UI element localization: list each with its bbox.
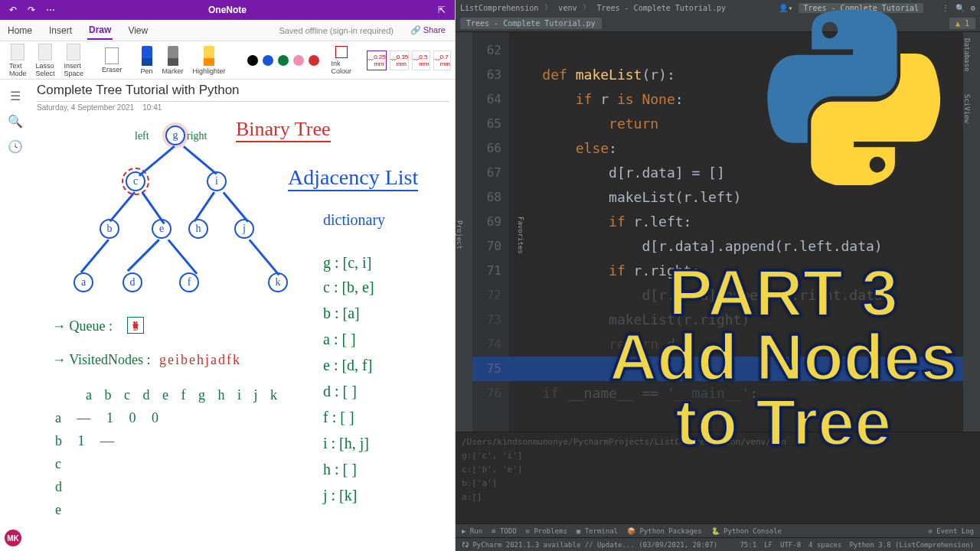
matrix-row-d: d <box>55 479 62 495</box>
redo-icon[interactable]: ↷ <box>28 5 35 15</box>
lasso-tool[interactable]: Lasso Select <box>33 42 58 79</box>
nav-icon[interactable]: ☰ <box>10 89 21 103</box>
page-date: Saturday, 4 September 2021 10:41 <box>37 103 449 112</box>
drawing-canvas[interactable]: Binary Tree Adjacency List dictionary le… <box>37 112 449 540</box>
line-gutter[interactable]: 626364656667686970717273747576 <box>472 32 509 432</box>
highlighter-tool[interactable]: Highlighter <box>190 44 229 77</box>
insert-space-tool[interactable]: Insert Space <box>61 42 87 79</box>
node-i: i <box>207 171 227 191</box>
onenote-app: ↶ ↷ ⋯ OneNote ⇱ Home Insert Draw View Sa… <box>0 0 456 551</box>
color-red[interactable] <box>309 55 319 66</box>
database-tool[interactable]: Database <box>963 32 971 71</box>
caret-pos[interactable]: 75:1 <box>740 541 756 549</box>
run-out3: b:['a'] <box>462 477 974 491</box>
color-palette[interactable] <box>241 55 325 66</box>
tab-insert[interactable]: Insert <box>47 22 74 39</box>
marker-tool[interactable]: Marker <box>159 44 187 77</box>
share-button[interactable]: 🔗 Share <box>410 25 446 35</box>
run-out1: g:['c', 'i'] <box>462 449 974 463</box>
bottom-tool-tabs: ▶ Run ≡ TODO ⊘ Problems ▣ Terminal 📦 Pyt… <box>456 523 980 537</box>
onenote-body: ☰ 🔍 🕓 Complete Tree Tutorial with Python… <box>0 80 455 551</box>
run-panel[interactable]: /Users/kindsonmunonye/PycharmProjects/Li… <box>456 432 980 523</box>
editor-tab-active[interactable]: Trees - Complete Tutorial.py <box>460 18 602 29</box>
matrix-row-c: c <box>55 456 61 472</box>
interpreter[interactable]: Python 3.8 (ListComprehension) <box>849 541 974 549</box>
hw-left: left <box>135 130 149 142</box>
adj-b: b : [a] <box>323 305 360 322</box>
adj-a: a : [ ] <box>323 331 356 348</box>
python-logo-icon <box>766 9 942 185</box>
color-blue[interactable] <box>263 55 273 66</box>
tab-home[interactable]: Home <box>6 22 34 39</box>
text-mode-tool[interactable]: Text Mode <box>6 42 30 79</box>
matrix-row-b: b 1 — <box>55 433 120 449</box>
search-everywhere-icon[interactable]: 🔍 <box>956 4 965 12</box>
adj-e: e : [d, f] <box>323 357 372 374</box>
status-bar: 🗘 PyCharm 2021.1.3 available // Update..… <box>456 537 980 551</box>
node-h: h <box>188 219 208 239</box>
todo-tab[interactable]: ≡ TODO <box>492 527 517 535</box>
warnings-badge[interactable]: ▲ 1 <box>949 18 975 29</box>
app-title: OneNote <box>208 5 247 15</box>
more-icon[interactable]: ⋯ <box>46 5 55 15</box>
adj-c: c : [b, e] <box>323 279 374 296</box>
hw-right: right <box>187 130 207 142</box>
node-d: d <box>122 272 142 292</box>
adj-g: g : [c, i] <box>323 254 371 272</box>
adj-h: h : [ ] <box>323 461 357 478</box>
status-update[interactable]: 🗘 PyCharm 2021.1.3 available // Update..… <box>462 541 717 549</box>
crumb-file[interactable]: Trees - Complete Tutorial.py <box>596 4 726 12</box>
settings-icon[interactable]: ⚙ <box>971 4 975 12</box>
right-tool-strip: Database SciView <box>963 32 980 432</box>
sync-icon[interactable]: ⇱ <box>438 5 446 15</box>
undo-icon[interactable]: ↶ <box>9 5 17 15</box>
visited-label: → VisitedNodes : <box>52 352 151 368</box>
node-g: g <box>165 126 185 145</box>
stroke-035[interactable]: 〰0.35 mm <box>390 51 410 70</box>
sciview-tool[interactable]: SciView <box>963 71 971 123</box>
color-green[interactable] <box>278 55 289 66</box>
tab-draw[interactable]: Draw <box>87 21 113 40</box>
left-tool-strip: Project Structure Favorites <box>456 32 472 432</box>
ink-colour-tool[interactable]: Ink Colour <box>328 44 355 77</box>
node-f: f <box>179 272 199 292</box>
matrix-row-a: a — 1 0 0 <box>55 410 165 426</box>
user-avatar[interactable]: MK <box>5 530 21 546</box>
search-icon[interactable]: 🔍 <box>8 114 23 129</box>
onenote-ribbon: Text Mode Lasso Select Insert Space Eras… <box>0 41 455 80</box>
onenote-titlebar: ↶ ↷ ⋯ OneNote ⇱ <box>0 0 455 20</box>
encoding[interactable]: UTF-8 <box>780 541 801 549</box>
visited-nodes: geibehjadfk <box>159 352 241 368</box>
terminal-tab[interactable]: ▣ Terminal <box>577 527 618 535</box>
pen-tool[interactable]: Pen <box>138 44 156 77</box>
recent-icon[interactable]: 🕓 <box>8 139 23 154</box>
crumb-venv[interactable]: venv <box>558 4 577 12</box>
hw-adj-list: Adjacency List <box>288 165 418 191</box>
console-tab[interactable]: 🐍 Python Console <box>711 527 782 535</box>
stroke-07[interactable]: 〰0.7 mm <box>433 51 451 70</box>
node-a: a <box>74 272 93 292</box>
node-b: b <box>100 219 119 239</box>
problems-tab[interactable]: ⊘ Problems <box>526 527 567 535</box>
project-tool[interactable]: Project <box>456 220 463 249</box>
page-title[interactable]: Complete Tree Tutorial with Python <box>37 83 449 102</box>
adj-i: i : [h, j] <box>323 435 369 452</box>
eraser-tool[interactable]: Eraser <box>99 46 126 75</box>
color-pink[interactable] <box>293 55 304 66</box>
indent[interactable]: 4 spaces <box>808 541 841 549</box>
tab-view[interactable]: View <box>126 22 149 39</box>
event-log[interactable]: ⊙ Event Log <box>928 527 974 535</box>
color-black[interactable] <box>247 55 258 66</box>
line-sep[interactable]: LF <box>764 541 773 549</box>
adj-d: d : [ ] <box>323 383 357 400</box>
run-cmd: /Users/kindsonmunonye/PycharmProjects/Li… <box>462 435 974 449</box>
run-tab[interactable]: ▶ Run <box>462 527 482 535</box>
more-run-icon[interactable]: ⋮ <box>942 4 949 12</box>
crumb-project[interactable]: ListComprehension <box>460 4 538 12</box>
stroke-025[interactable]: 〰0.25 mm <box>367 51 387 70</box>
packages-tab[interactable]: 📦 Python Packages <box>627 527 702 535</box>
save-status: Saved offline (sign-in required) <box>279 26 394 35</box>
stroke-05[interactable]: 〰0.5 mm <box>412 51 430 70</box>
onenote-page[interactable]: Complete Tree Tutorial with Python Satur… <box>31 80 455 551</box>
adj-j: j : [k] <box>323 487 357 504</box>
